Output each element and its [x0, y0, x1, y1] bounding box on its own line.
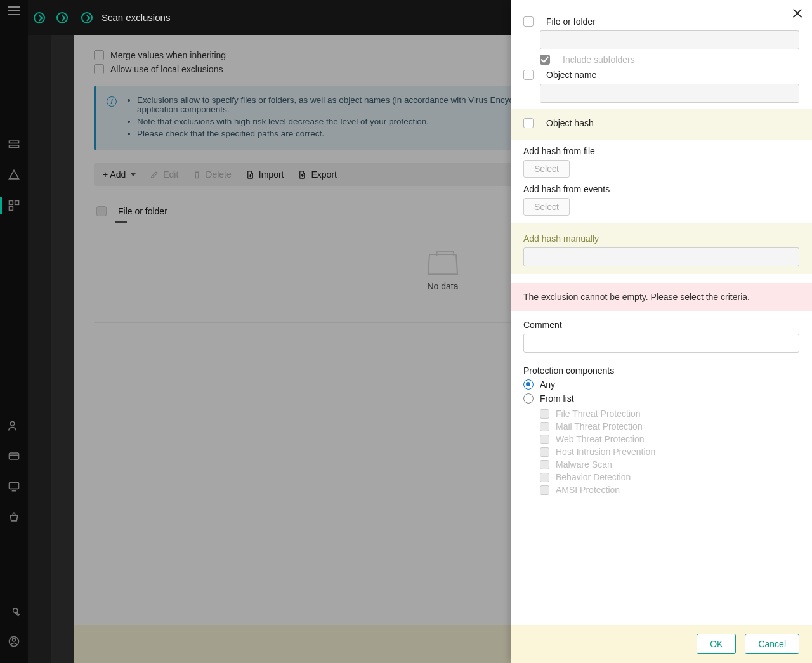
ok-button[interactable]: OK — [697, 634, 736, 654]
hash-manual-input[interactable] — [523, 247, 799, 266]
component-item: Host Intrusion Prevention — [540, 447, 799, 457]
component-item: File Threat Protection — [540, 409, 799, 419]
radio-label: Any — [540, 379, 555, 390]
comment-label: Comment — [523, 320, 799, 330]
object-name-input[interactable] — [540, 84, 799, 103]
label: Object name — [546, 70, 596, 80]
component-item: Mail Threat Protection — [540, 421, 799, 431]
component-item: AMSI Protection — [540, 485, 799, 495]
file-or-folder-option[interactable]: File or folder — [523, 16, 799, 27]
nav-rail — [0, 0, 28, 663]
add-hash-file-label: Add hash from file — [523, 146, 799, 156]
radio-icon[interactable] — [523, 379, 534, 390]
radio-any[interactable]: Any — [523, 379, 799, 390]
checkbox-icon — [540, 422, 549, 431]
exclusion-panel: File or folder Include subfolders Object… — [511, 0, 812, 663]
svg-point-5 — [10, 421, 15, 426]
label: Object hash — [546, 118, 594, 128]
object-name-option[interactable]: Object name — [523, 70, 799, 80]
checkbox-icon — [540, 409, 549, 419]
component-item: Malware Scan — [540, 459, 799, 469]
components-list: File Threat Protection Mail Threat Prote… — [540, 409, 799, 495]
rail-users-icon[interactable] — [8, 419, 20, 432]
label: Include subfolders — [563, 55, 635, 65]
checkbox-icon[interactable] — [523, 70, 534, 80]
radio-from-list[interactable]: From list — [523, 393, 799, 404]
component-item: Web Threat Protection — [540, 434, 799, 444]
svg-rect-7 — [10, 482, 19, 489]
breadcrumb-col-1-body — [28, 35, 51, 663]
chevron-right-icon — [56, 12, 68, 23]
chevron-right-icon[interactable] — [81, 12, 93, 23]
breadcrumb-col-1[interactable] — [28, 0, 51, 35]
select-hash-events-button[interactable]: Select — [523, 198, 570, 216]
page-title: Scan exclusions — [102, 12, 170, 23]
panel-footer: OK Cancel — [511, 625, 812, 663]
cancel-button[interactable]: Cancel — [745, 634, 799, 654]
validation-error: The exclusion cannot be empty. Please se… — [511, 283, 812, 311]
svg-rect-1 — [10, 145, 19, 147]
add-hash-events-label: Add hash from events — [523, 184, 799, 194]
rail-account-icon[interactable] — [8, 635, 20, 648]
checkbox-icon — [540, 435, 549, 444]
rail-item-2[interactable] — [8, 169, 20, 181]
rail-item-3[interactable] — [8, 199, 20, 212]
svg-point-9 — [13, 638, 16, 641]
svg-rect-4 — [10, 207, 13, 211]
label: File or folder — [546, 16, 596, 27]
rail-item-1[interactable] — [8, 138, 20, 151]
checkbox-icon[interactable] — [523, 118, 534, 128]
radio-icon[interactable] — [523, 393, 534, 404]
component-item: Behavior Detection — [540, 472, 799, 482]
rail-monitor-icon[interactable] — [8, 480, 20, 493]
checkbox-icon — [540, 485, 549, 495]
svg-rect-2 — [10, 201, 13, 205]
checkbox-icon — [540, 460, 549, 469]
file-path-input[interactable] — [540, 30, 799, 49]
menu-icon[interactable] — [8, 6, 20, 15]
close-icon[interactable] — [792, 8, 803, 19]
comment-input[interactable] — [523, 334, 799, 353]
checkbox-icon[interactable] — [523, 16, 534, 27]
chevron-right-icon — [34, 12, 45, 23]
protection-components-label: Protection components — [523, 365, 799, 376]
select-hash-file-button[interactable]: Select — [523, 160, 570, 178]
svg-rect-6 — [10, 453, 19, 459]
checkbox-icon — [540, 55, 550, 65]
include-subfolders-option: Include subfolders — [540, 55, 799, 65]
svg-rect-3 — [15, 201, 19, 205]
checkbox-icon — [540, 473, 549, 482]
rail-card-icon[interactable] — [8, 450, 20, 463]
radio-label: From list — [540, 393, 574, 404]
breadcrumb-col-2[interactable] — [51, 0, 74, 35]
add-hash-manual-label: Add hash manually — [523, 233, 799, 244]
rail-wrench-icon[interactable] — [8, 605, 20, 617]
breadcrumb-col-2-body — [51, 35, 74, 663]
svg-rect-0 — [10, 141, 19, 143]
rail-basket-icon[interactable] — [8, 511, 20, 523]
checkbox-icon — [540, 447, 549, 457]
object-hash-option[interactable]: Object hash — [523, 118, 799, 128]
